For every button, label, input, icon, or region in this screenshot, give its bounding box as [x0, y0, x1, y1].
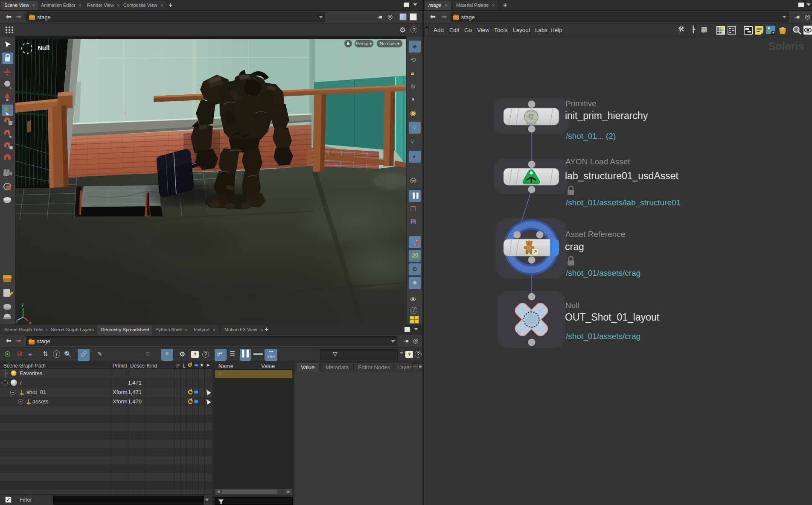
svg-text:/shot_01/assets/crag: /shot_01/assets/crag: [566, 269, 640, 278]
svg-text:lab_structure01_usdAsset: lab_structure01_usdAsset: [565, 170, 679, 181]
svg-text:/shot_01/assets/crag: /shot_01/assets/crag: [566, 332, 640, 341]
svg-text:Primitive: Primitive: [565, 99, 597, 108]
svg-text:Null: Null: [565, 301, 579, 310]
svg-text:crag: crag: [565, 241, 584, 252]
svg-text:OUT_Shot_01_layout: OUT_Shot_01_layout: [565, 312, 660, 323]
svg-text:AYON Load Asset: AYON Load Asset: [565, 157, 630, 166]
svg-text:/shot_01/assets/lab_structure0: /shot_01/assets/lab_structure01: [566, 198, 681, 207]
svg-text:z: z: [15, 319, 18, 324]
svg-text:init_prim_hierarchy: init_prim_hierarchy: [565, 110, 648, 121]
svg-text:x: x: [29, 320, 32, 324]
svg-text:/shot_01... (2): /shot_01... (2): [566, 131, 616, 141]
svg-text:y: y: [21, 302, 24, 307]
svg-text:Asset Reference: Asset Reference: [565, 230, 625, 239]
